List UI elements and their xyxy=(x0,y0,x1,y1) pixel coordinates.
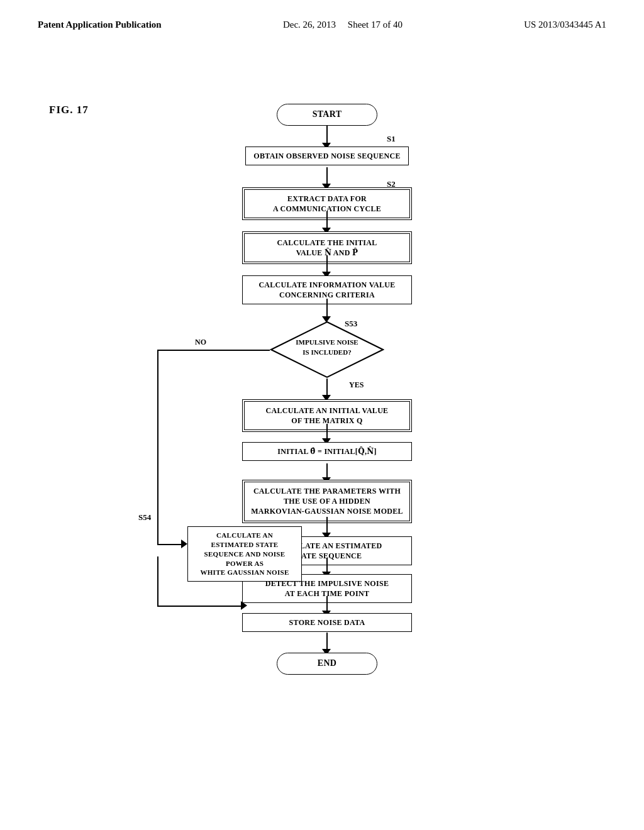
s54-box: CALCULATE AN ESTIMATED STATESEQUENCE AND… xyxy=(187,526,302,582)
s57-box: CALCULATE THE PARAMETERS WITHTHE USE OF … xyxy=(244,482,410,521)
svg-text:IS INCLUDED?: IS INCLUDED? xyxy=(303,348,351,356)
diamond-shape: IMPULSIVE NOISE IS INCLUDED? xyxy=(270,321,384,379)
s1-box: OBTAIN OBSERVED NOISE SEQUENCE xyxy=(245,147,409,165)
no-label: NO xyxy=(195,338,206,347)
line-s7-s8 xyxy=(326,596,328,612)
start-label: START xyxy=(277,104,377,126)
line-s51-s52 xyxy=(326,255,328,273)
s54-step-label: S54 xyxy=(138,512,151,523)
s54-node: CALCULATE AN ESTIMATED STATESEQUENCE AND… xyxy=(187,526,302,582)
line-no-h xyxy=(157,350,270,351)
publication-date: Dec. 26, 2013 Sheet 17 of 40 xyxy=(283,18,402,32)
line-s52-diamond xyxy=(326,299,328,318)
page-header: Patent Application Publication Dec. 26, … xyxy=(0,0,644,32)
start-node: START xyxy=(277,104,377,126)
line-s55-s56 xyxy=(326,424,328,440)
line-s54-down xyxy=(157,556,158,607)
line-s54-connect xyxy=(157,544,182,545)
svg-text:IMPULSIVE NOISE: IMPULSIVE NOISE xyxy=(296,338,358,346)
s56-node: INITIAL θ̂ = INITIAL[Q̂,N̂] xyxy=(242,442,412,461)
end-label: END xyxy=(277,653,377,675)
line-s2-s51 xyxy=(326,211,328,229)
s1-node: OBTAIN OBSERVED NOISE SEQUENCE xyxy=(245,147,409,165)
s56-box: INITIAL θ̂ = INITIAL[Q̂,N̂] xyxy=(242,442,412,461)
flowchart: START S1 OBTAIN OBSERVED NOISE SEQUENCE … xyxy=(126,97,553,789)
line-s8-end xyxy=(326,633,328,650)
line-s58-s7 xyxy=(326,558,328,573)
end-node: END xyxy=(277,653,377,675)
line-diamond-s55 xyxy=(326,379,328,396)
arrow-s54-to-s7 xyxy=(241,601,247,610)
publication-title: Patent Application Publication xyxy=(38,18,162,32)
flowchart-container: START S1 OBTAIN OBSERVED NOISE SEQUENCE … xyxy=(126,97,553,789)
line-s57-s58 xyxy=(326,517,328,534)
patent-number: US 2013/0343445 A1 xyxy=(524,18,606,32)
line-s1-s2 xyxy=(326,167,328,185)
line-no-v xyxy=(157,350,158,545)
arrow-s54 xyxy=(181,540,187,548)
s53-diamond: IMPULSIVE NOISE IS INCLUDED? xyxy=(270,321,384,381)
figure-label: FIG. 17 xyxy=(49,104,89,116)
line-s54-to-s7 xyxy=(157,606,242,607)
s8-node: STORE NOISE DATA xyxy=(242,613,412,632)
line-start-s1 xyxy=(326,125,328,144)
s1-step-label: S1 xyxy=(387,134,396,144)
yes-label: YES xyxy=(349,380,364,390)
s8-box: STORE NOISE DATA xyxy=(242,613,412,632)
line-s56-s57 xyxy=(326,463,328,479)
